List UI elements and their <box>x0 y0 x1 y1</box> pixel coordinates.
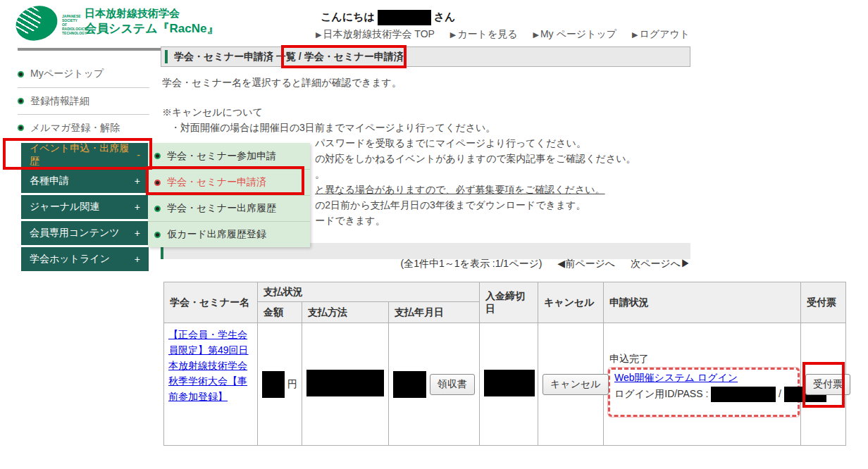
triangle-bullet-icon: ▶ <box>316 30 321 39</box>
bullet-icon <box>154 232 161 238</box>
triangle-bullet-icon: ▶ <box>533 30 538 39</box>
note-fragment: パスワードを受取るまでにマイページより行ってください。 <box>315 137 586 150</box>
breadcrumb-left: 学会・セミナー申請済 一覧 / <box>174 51 302 63</box>
sidebar-sections: イベント申込・出席履歴- 各種申請+ ジャーナル関連+ 会員専用コンテンツ+ 学… <box>21 143 149 273</box>
bullet-icon <box>154 153 161 159</box>
pay-date-redaction <box>393 371 426 398</box>
idpass-label: ログイン用ID/PASS : <box>614 388 711 399</box>
next-page-link[interactable]: 次ページへ▶ <box>631 258 690 269</box>
col-header-pay-date: 支払年月日 <box>389 302 480 323</box>
cancel-note-line1: ・対面開催の場合は開催日の3日前までマイページより行ってください。 <box>170 122 495 135</box>
col-header-application-status: 申請状況 <box>604 282 801 323</box>
ticket-button[interactable]: 受付票 <box>805 374 850 395</box>
col-header-seminar-name: 学会・セミナー名 <box>164 282 258 323</box>
triangle-bullet-icon: ▶ <box>450 30 456 39</box>
sidebar-item-mypage-top[interactable]: Myページトップ <box>18 61 149 87</box>
bullet-icon <box>154 206 161 212</box>
submenu-label: 仮カード出席履歴登録 <box>167 228 266 241</box>
note-fragment: 。 <box>315 168 325 181</box>
col-header-method: 支払方法 <box>302 302 389 323</box>
application-status-text: 申込完了 <box>609 353 796 365</box>
sidebar-section-event-history[interactable]: イベント申込・出席履歴- <box>21 143 149 167</box>
col-header-cancel: キャンセル <box>538 282 604 323</box>
receipt-button[interactable]: 領収書 <box>430 374 475 395</box>
prev-page-link[interactable]: ◀前ページへ <box>557 258 615 269</box>
greeting-prefix: こんにちは <box>321 11 375 23</box>
intro-text: 学会・セミナー名を選択すると詳細が確認できます。 <box>162 77 402 89</box>
submenu-label: 学会・セミナー参加申請 <box>167 150 276 163</box>
section-label: 会員専用コンテンツ <box>30 227 120 239</box>
submenu-item-attendance-history[interactable]: 学会・セミナー出席履歴 <box>148 195 310 221</box>
expand-icon: + <box>135 175 140 187</box>
sidebar-item-label: 登録情報詳細 <box>30 95 89 108</box>
expand-icon: + <box>135 227 140 239</box>
sidebar-item-registration-detail[interactable]: 登録情報詳細 <box>18 87 149 114</box>
nav-link-view-cart[interactable]: ▶カートを見る <box>450 28 518 39</box>
submenu-label: 学会・セミナー出席履歴 <box>167 202 276 215</box>
note-fragment-emphasized: と異なる場合がありますので、必ず募集要項をご確認ください。 <box>315 184 605 196</box>
web-system-login-link[interactable]: Web開催システム ログイン <box>614 372 738 384</box>
idpass-line: ログイン用ID/PASS : / <box>614 387 793 402</box>
event-submenu-dropdown: 学会・セミナー参加申請 学会・セミナー申請済 学会・セミナー出席履歴 仮カード出… <box>148 143 310 247</box>
pagination-info: (全1件中1～1を表示 :1/1ページ) <box>401 258 542 269</box>
sidebar-item-label: メルマガ登録・解除 <box>30 122 120 135</box>
triangle-bullet-icon: ▶ <box>632 30 638 39</box>
nav-label: カートを見る <box>457 28 517 39</box>
username-redaction <box>378 10 431 25</box>
org-name: 日本放射線技術学会 <box>85 6 219 20</box>
header-divider <box>18 48 163 51</box>
breadcrumb-current: 学会・セミナー申請済 <box>304 51 404 63</box>
cancel-note-title: ※キャンセルについて <box>162 106 263 119</box>
nav-label: My ページトップ <box>540 28 616 39</box>
top-navigation: ▶日本放射線技術学会 TOP ▶カートを見る ▶My ページトップ ▶ログアウト <box>316 28 702 41</box>
logo-stripes-decoration <box>11 1 45 38</box>
sidebar-section-applications[interactable]: 各種申請+ <box>21 169 149 193</box>
sidebar-item-mailmag[interactable]: メルマガ登録・解除 <box>18 114 149 141</box>
section-label: 各種申請 <box>30 175 69 187</box>
col-header-payment-status: 支払状況 <box>258 282 480 302</box>
note-fragment: の対応をしかねるイベントがありますので案内記事をご確認ください。 <box>315 153 636 165</box>
racne-member-system-page: JAPANESE SOCIETY OF RADIOLOGICAL TECHNOL… <box>0 0 868 469</box>
submenu-item-seminar-apply[interactable]: 学会・セミナー参加申請 <box>148 143 310 169</box>
expand-icon: + <box>135 201 140 213</box>
login-id-redaction <box>711 387 776 402</box>
table-row: 【正会員・学生会員限定】第49回日本放射線技術学会秋季学術大会【事前参加登録】 … <box>164 323 846 446</box>
submenu-item-temp-card-history[interactable]: 仮カード出席履歴登録 <box>148 221 310 247</box>
sidebar: Myページトップ 登録情報詳細 メルマガ登録・解除 <box>18 61 149 141</box>
nav-link-logout[interactable]: ▶ログアウト <box>632 28 690 39</box>
nav-link-mypage-top[interactable]: ▶My ページトップ <box>533 28 616 39</box>
bullet-icon <box>154 180 161 186</box>
submenu-item-seminar-applied[interactable]: 学会・セミナー申請済 <box>148 169 310 195</box>
login-info-highlight-box: Web開催システム ログイン ログイン用ID/PASS : / <box>608 368 800 417</box>
sidebar-section-member-contents[interactable]: 会員専用コンテンツ+ <box>21 221 149 245</box>
expand-icon: + <box>135 254 140 265</box>
breadcrumb-accent-bar <box>165 50 168 63</box>
sidebar-item-label: Myページトップ <box>30 68 104 80</box>
bullet-icon <box>18 71 24 77</box>
bullet-icon <box>18 125 24 131</box>
nav-link-society-top[interactable]: ▶日本放射線技術学会 TOP <box>316 28 435 39</box>
breadcrumb: 学会・セミナー申請済 一覧 / 学会・セミナー申請済 <box>161 46 690 67</box>
section-label: イベント申込・出席履歴 <box>30 142 137 168</box>
sidebar-section-hotline[interactable]: 学会ホットライン+ <box>21 247 149 271</box>
cancel-button[interactable]: キャンセル <box>542 374 609 395</box>
col-header-ticket: 受付票 <box>801 282 846 323</box>
note-fragment: の2日前から支払年月日の3年後までダウンロードできます。 <box>315 199 586 212</box>
greeting-suffix: さん <box>434 11 456 23</box>
note-fragment: ードできます。 <box>315 215 385 227</box>
sidebar-section-journal[interactable]: ジャーナル関連+ <box>21 195 149 219</box>
col-header-deadline: 入金締切日 <box>480 282 538 323</box>
col-header-amount: 金額 <box>258 302 302 323</box>
logo-caption: JAPANESE SOCIETY OF RADIOLOGICAL TECHNOL… <box>62 14 83 35</box>
submenu-label: 学会・セミナー申請済 <box>167 176 266 189</box>
seminar-name-link[interactable]: 【正会員・学生会員限定】第49回日本放射線技術学会秋季学術大会【事前参加登録】 <box>168 329 249 402</box>
nav-label: 日本放射線技術学会 TOP <box>323 28 434 39</box>
nav-label: ログアウト <box>639 28 690 39</box>
deadline-redaction <box>484 370 535 396</box>
greeting: こんにちはさん <box>321 10 455 25</box>
jsrt-logo <box>11 1 62 46</box>
section-label: ジャーナル関連 <box>30 201 99 213</box>
collapse-icon: - <box>137 149 140 161</box>
idpass-separator: / <box>779 388 781 399</box>
brand-title: 日本放射線技術学会 会員システム『RacNe』 <box>85 6 219 37</box>
